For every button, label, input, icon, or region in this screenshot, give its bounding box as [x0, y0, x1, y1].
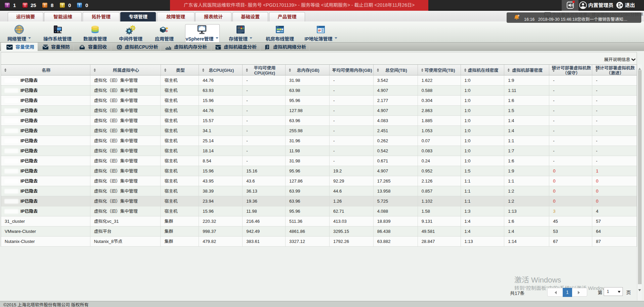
svg-text:!: ! — [62, 3, 63, 8]
svg-text:!: ! — [25, 3, 26, 8]
svg-text:!: ! — [79, 3, 80, 8]
svg-text:!: ! — [44, 3, 46, 8]
svg-text:!: ! — [7, 3, 8, 8]
svg-text:IP: IP — [318, 29, 321, 32]
